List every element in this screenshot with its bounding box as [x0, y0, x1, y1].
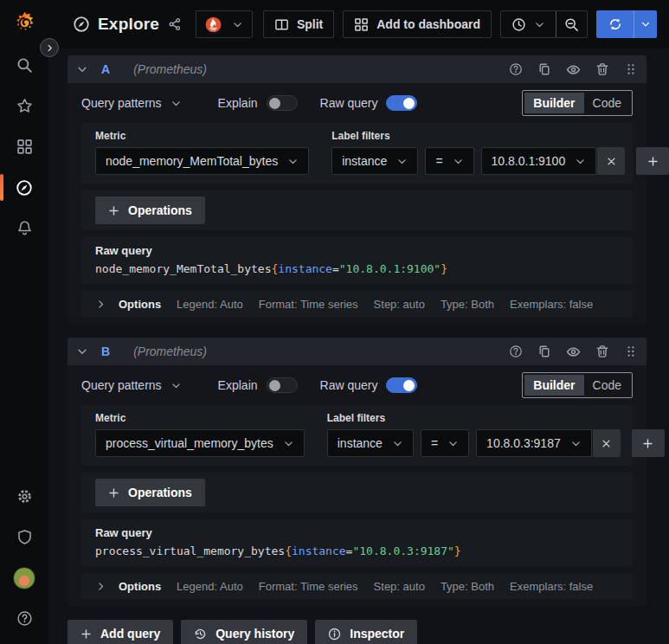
options-row-a[interactable]: Options Legend: Auto Format: Time series… — [81, 291, 633, 317]
plus-icon — [80, 628, 92, 640]
query-help-button[interactable] — [509, 62, 523, 76]
explain-toggle[interactable] — [267, 377, 298, 393]
time-zoom-out-button[interactable] — [556, 10, 588, 38]
split-button[interactable]: Split — [263, 10, 334, 38]
query-history-label: Query history — [215, 627, 294, 641]
filter-operator-select[interactable]: = — [421, 429, 469, 457]
refresh-interval-dropdown[interactable] — [634, 10, 657, 38]
remove-filter-button[interactable] — [597, 147, 625, 175]
editor-mode-switch: Builder Code — [522, 372, 633, 398]
raw-query-title: Raw query — [95, 526, 619, 539]
query-editor-row-a: A (Prometheus) Query patterns — [68, 55, 646, 324]
builder-mode-option[interactable]: Builder — [524, 375, 583, 396]
query-help-button[interactable] — [509, 345, 523, 358]
add-filter-button[interactable] — [636, 147, 669, 175]
add-operations-button[interactable]: Operations — [95, 196, 205, 224]
sidebar-expand-button[interactable] — [40, 38, 59, 57]
collapse-query-button[interactable] — [76, 63, 88, 75]
add-to-dashboard-button[interactable]: Add to dashboard — [343, 10, 492, 38]
explain-toggle[interactable] — [267, 95, 298, 111]
raw-query-toggle[interactable] — [386, 377, 417, 393]
query-patterns-dropdown[interactable]: Query patterns — [81, 96, 182, 110]
sidebar-item-starred[interactable] — [0, 86, 48, 126]
filter-key-select[interactable]: instance — [331, 147, 418, 175]
share-button[interactable] — [168, 17, 182, 31]
plus-icon — [642, 438, 653, 449]
sidebar-item-dashboards[interactable] — [0, 126, 48, 167]
explore-footer-actions: Add query Query history Inspector — [68, 620, 646, 644]
query-ref-id[interactable]: B — [101, 345, 110, 358]
query-history-button[interactable]: Query history — [181, 620, 307, 644]
inspector-button[interactable]: Inspector — [315, 620, 417, 644]
query-patterns-dropdown[interactable]: Query patterns — [81, 378, 182, 392]
options-type: Type: Both — [441, 580, 494, 593]
sidebar-item-profile[interactable] — [0, 557, 48, 598]
collapse-query-button[interactable] — [76, 345, 88, 357]
code-mode-option[interactable]: Code — [584, 93, 630, 113]
filter-key-select[interactable]: instance — [327, 429, 414, 457]
add-query-button[interactable]: Add query — [68, 620, 173, 644]
sidebar-item-explore[interactable] — [0, 167, 48, 208]
magnifier-minus-icon — [564, 17, 579, 32]
chevron-down-icon — [232, 19, 243, 30]
query-editor-body-a: Query patterns Explain Raw query Bu — [68, 83, 646, 324]
toggle-query-visibility-button[interactable] — [566, 62, 581, 77]
remove-query-button[interactable] — [595, 62, 609, 76]
explore-content: A (Prometheus) Query patterns — [48, 48, 669, 644]
explain-label: Explain — [218, 378, 258, 392]
filter-value-select[interactable]: 10.8.0.1:9100 — [481, 147, 597, 175]
options-exemplars: Exemplars: false — [510, 580, 593, 593]
chevron-down-icon — [170, 98, 182, 109]
refresh-icon-area[interactable] — [596, 10, 634, 38]
code-mode-option[interactable]: Code — [584, 375, 630, 396]
filter-key-value: instance — [338, 436, 383, 450]
duplicate-query-button[interactable] — [537, 62, 551, 76]
chevron-down-icon — [640, 19, 651, 29]
filter-value-select[interactable]: 10.8.0.3:9187 — [476, 429, 592, 457]
chevron-down-icon — [76, 63, 88, 75]
drag-query-handle[interactable] — [624, 62, 638, 76]
filter-operator-value: = — [431, 436, 438, 450]
builder-mode-option[interactable]: Builder — [524, 93, 583, 113]
apps-grid-icon — [354, 17, 369, 32]
datasource-picker[interactable] — [196, 10, 253, 38]
sidebar-item-alerting[interactable] — [0, 208, 48, 248]
add-filter-button[interactable] — [632, 429, 665, 457]
options-row-b[interactable]: Options Legend: Auto Format: Time series… — [81, 573, 633, 599]
query-datasource-name: (Prometheus) — [133, 62, 207, 76]
raw-query-expression: node_memory_MemTotal_bytes{instance="10.… — [95, 262, 619, 275]
sidebar-item-help[interactable] — [0, 598, 48, 639]
split-columns-icon — [274, 17, 289, 32]
metric-select[interactable]: node_memory_MemTotal_bytes — [95, 147, 309, 175]
filter-operator-select[interactable]: = — [425, 147, 473, 175]
sidebar-item-server-admin[interactable] — [0, 517, 48, 557]
label-filters-label: Label filters — [331, 130, 669, 142]
metric-field: Metric process_virtual_memory_bytes — [95, 412, 305, 457]
operations-label: Operations — [128, 203, 192, 217]
remove-query-button[interactable] — [595, 345, 609, 358]
sync-arrows-icon — [608, 17, 622, 31]
operations-box-a: Operations — [81, 190, 633, 230]
options-type: Type: Both — [441, 298, 494, 311]
history-clock-icon — [194, 628, 207, 641]
time-range-picker[interactable] — [500, 10, 556, 38]
editor-mode-switch: Builder Code — [522, 90, 633, 116]
sidebar-item-configuration[interactable] — [0, 476, 48, 517]
query-ref-id[interactable]: A — [101, 62, 110, 76]
toggle-query-visibility-button[interactable] — [566, 345, 581, 359]
raw-query-toggle-group: Raw query — [320, 95, 418, 111]
query-toolbar-b: Query patterns Explain Raw query Bu — [81, 369, 633, 402]
filter-operator-value: = — [435, 154, 442, 168]
raw-query-toggle[interactable] — [386, 95, 417, 111]
add-operations-button[interactable]: Operations — [95, 479, 205, 506]
duplicate-query-button[interactable] — [537, 345, 551, 358]
remove-filter-button[interactable] — [593, 429, 621, 457]
grafana-logo[interactable] — [0, 0, 48, 45]
add-query-label: Add query — [100, 627, 160, 641]
page-title: Explore — [98, 15, 159, 34]
run-query-button[interactable] — [596, 10, 657, 38]
trash-icon — [595, 345, 609, 358]
drag-query-handle[interactable] — [624, 345, 638, 358]
metric-select[interactable]: process_virtual_memory_bytes — [95, 429, 305, 457]
plus-icon — [108, 487, 119, 499]
